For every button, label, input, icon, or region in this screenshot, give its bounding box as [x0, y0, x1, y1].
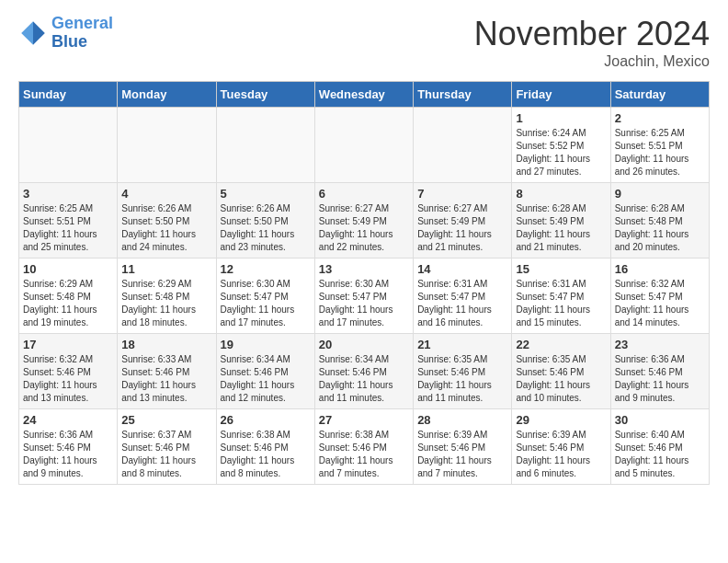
calendar-week-3: 10Sunrise: 6:29 AM Sunset: 5:48 PM Dayli…: [19, 259, 710, 334]
day-info: Sunrise: 6:24 AM Sunset: 5:52 PM Dayligh…: [516, 127, 606, 178]
day-number: 25: [121, 413, 211, 427]
day-number: 10: [23, 262, 113, 276]
calendar-cell: 15Sunrise: 6:31 AM Sunset: 5:47 PM Dayli…: [512, 259, 610, 334]
day-info: Sunrise: 6:34 AM Sunset: 5:46 PM Dayligh…: [221, 353, 311, 405]
day-info: Sunrise: 6:33 AM Sunset: 5:46 PM Dayligh…: [121, 353, 211, 405]
header-cell-friday: Friday: [512, 82, 610, 108]
header-cell-saturday: Saturday: [610, 82, 709, 108]
day-info: Sunrise: 6:39 AM Sunset: 5:46 PM Dayligh…: [516, 429, 606, 480]
day-number: 18: [121, 338, 211, 351]
header-cell-sunday: Sunday: [19, 82, 118, 108]
calendar-cell: 9Sunrise: 6:28 AM Sunset: 5:48 PM Daylig…: [610, 183, 709, 259]
header-row: SundayMondayTuesdayWednesdayThursdayFrid…: [19, 82, 710, 108]
day-info: Sunrise: 6:32 AM Sunset: 5:47 PM Dayligh…: [615, 278, 705, 329]
day-info: Sunrise: 6:25 AM Sunset: 5:51 PM Dayligh…: [615, 127, 705, 178]
day-info: Sunrise: 6:38 AM Sunset: 5:46 PM Dayligh…: [221, 429, 311, 480]
day-info: Sunrise: 6:35 AM Sunset: 5:46 PM Dayligh…: [516, 353, 606, 405]
day-number: 19: [221, 338, 311, 351]
calendar-week-4: 17Sunrise: 6:32 AM Sunset: 5:46 PM Dayli…: [19, 334, 710, 409]
location: Joachin, Mexico: [474, 53, 710, 70]
calendar-cell: 7Sunrise: 6:27 AM Sunset: 5:49 PM Daylig…: [414, 183, 512, 259]
calendar-cell: [118, 108, 216, 183]
day-number: 11: [121, 262, 211, 276]
day-number: 15: [516, 262, 606, 276]
day-info: Sunrise: 6:36 AM Sunset: 5:46 PM Dayligh…: [23, 429, 113, 480]
calendar-cell: 17Sunrise: 6:32 AM Sunset: 5:46 PM Dayli…: [19, 334, 118, 409]
day-info: Sunrise: 6:36 AM Sunset: 5:46 PM Dayligh…: [615, 353, 705, 405]
calendar-table: SundayMondayTuesdayWednesdayThursdayFrid…: [18, 81, 710, 485]
day-number: 3: [23, 187, 113, 201]
calendar-cell: 28Sunrise: 6:39 AM Sunset: 5:46 PM Dayli…: [414, 409, 512, 485]
calendar-cell: 18Sunrise: 6:33 AM Sunset: 5:46 PM Dayli…: [118, 334, 216, 409]
calendar-cell: 26Sunrise: 6:38 AM Sunset: 5:46 PM Dayli…: [216, 409, 314, 485]
day-number: 17: [23, 338, 113, 351]
calendar-cell: 4Sunrise: 6:26 AM Sunset: 5:50 PM Daylig…: [118, 183, 216, 259]
logo: General Blue: [18, 15, 113, 52]
calendar-cell: 21Sunrise: 6:35 AM Sunset: 5:46 PM Dayli…: [414, 334, 512, 409]
day-number: 7: [417, 187, 507, 201]
day-info: Sunrise: 6:34 AM Sunset: 5:46 PM Dayligh…: [319, 353, 409, 405]
calendar-week-1: 1Sunrise: 6:24 AM Sunset: 5:52 PM Daylig…: [19, 108, 710, 183]
calendar-cell: 14Sunrise: 6:31 AM Sunset: 5:47 PM Dayli…: [414, 259, 512, 334]
calendar-cell: 2Sunrise: 6:25 AM Sunset: 5:51 PM Daylig…: [610, 108, 709, 183]
calendar-cell: 25Sunrise: 6:37 AM Sunset: 5:46 PM Dayli…: [118, 409, 216, 485]
calendar-cell: 11Sunrise: 6:29 AM Sunset: 5:48 PM Dayli…: [118, 259, 216, 334]
day-info: Sunrise: 6:28 AM Sunset: 5:48 PM Dayligh…: [615, 202, 705, 254]
day-info: Sunrise: 6:30 AM Sunset: 5:47 PM Dayligh…: [319, 278, 409, 329]
day-info: Sunrise: 6:26 AM Sunset: 5:50 PM Dayligh…: [221, 202, 311, 254]
day-info: Sunrise: 6:26 AM Sunset: 5:50 PM Dayligh…: [121, 202, 211, 254]
day-number: 5: [221, 187, 311, 201]
page-header: General Blue November 2024 Joachin, Mexi…: [18, 15, 710, 70]
title-block: November 2024 Joachin, Mexico: [474, 15, 710, 70]
calendar-cell: 5Sunrise: 6:26 AM Sunset: 5:50 PM Daylig…: [216, 183, 314, 259]
calendar-cell: 10Sunrise: 6:29 AM Sunset: 5:48 PM Dayli…: [19, 259, 118, 334]
day-info: Sunrise: 6:39 AM Sunset: 5:46 PM Dayligh…: [417, 429, 507, 480]
calendar-cell: 8Sunrise: 6:28 AM Sunset: 5:49 PM Daylig…: [512, 183, 610, 259]
month-title: November 2024: [474, 15, 710, 53]
svg-marker-0: [33, 21, 45, 45]
calendar-cell: [414, 108, 512, 183]
calendar-cell: [314, 108, 413, 183]
day-number: 1: [516, 111, 606, 125]
day-number: 22: [516, 338, 606, 351]
day-number: 12: [221, 262, 311, 276]
header-cell-thursday: Thursday: [414, 82, 512, 108]
day-number: 13: [319, 262, 409, 276]
day-info: Sunrise: 6:35 AM Sunset: 5:46 PM Dayligh…: [417, 353, 507, 405]
logo-icon: [18, 18, 48, 48]
calendar-week-5: 24Sunrise: 6:36 AM Sunset: 5:46 PM Dayli…: [19, 409, 710, 485]
day-number: 21: [417, 338, 507, 351]
logo-line2: Blue: [51, 32, 87, 51]
day-info: Sunrise: 6:40 AM Sunset: 5:46 PM Dayligh…: [615, 429, 705, 480]
day-info: Sunrise: 6:32 AM Sunset: 5:46 PM Dayligh…: [23, 353, 113, 405]
day-number: 8: [516, 187, 606, 201]
calendar-cell: 3Sunrise: 6:25 AM Sunset: 5:51 PM Daylig…: [19, 183, 118, 259]
header-cell-tuesday: Tuesday: [216, 82, 314, 108]
calendar-cell: [216, 108, 314, 183]
calendar-week-2: 3Sunrise: 6:25 AM Sunset: 5:51 PM Daylig…: [19, 183, 710, 259]
logo-line1: General: [51, 14, 113, 32]
day-number: 2: [615, 111, 705, 125]
calendar-cell: 27Sunrise: 6:38 AM Sunset: 5:46 PM Dayli…: [314, 409, 413, 485]
logo-text: General Blue: [51, 15, 113, 52]
calendar-cell: 22Sunrise: 6:35 AM Sunset: 5:46 PM Dayli…: [512, 334, 610, 409]
calendar-cell: 20Sunrise: 6:34 AM Sunset: 5:46 PM Dayli…: [314, 334, 413, 409]
calendar-cell: 29Sunrise: 6:39 AM Sunset: 5:46 PM Dayli…: [512, 409, 610, 485]
calendar-cell: 13Sunrise: 6:30 AM Sunset: 5:47 PM Dayli…: [314, 259, 413, 334]
calendar-cell: [19, 108, 118, 183]
day-number: 24: [23, 413, 113, 427]
day-number: 23: [615, 338, 705, 351]
calendar-cell: 23Sunrise: 6:36 AM Sunset: 5:46 PM Dayli…: [610, 334, 709, 409]
day-number: 20: [319, 338, 409, 351]
day-number: 14: [417, 262, 507, 276]
day-info: Sunrise: 6:31 AM Sunset: 5:47 PM Dayligh…: [516, 278, 606, 329]
header-cell-wednesday: Wednesday: [314, 82, 413, 108]
calendar-body: 1Sunrise: 6:24 AM Sunset: 5:52 PM Daylig…: [19, 108, 710, 485]
day-info: Sunrise: 6:25 AM Sunset: 5:51 PM Dayligh…: [23, 202, 113, 254]
day-info: Sunrise: 6:27 AM Sunset: 5:49 PM Dayligh…: [319, 202, 409, 254]
day-number: 27: [319, 413, 409, 427]
calendar-cell: 6Sunrise: 6:27 AM Sunset: 5:49 PM Daylig…: [314, 183, 413, 259]
day-number: 6: [319, 187, 409, 201]
calendar-cell: 24Sunrise: 6:36 AM Sunset: 5:46 PM Dayli…: [19, 409, 118, 485]
calendar-cell: 16Sunrise: 6:32 AM Sunset: 5:47 PM Dayli…: [610, 259, 709, 334]
